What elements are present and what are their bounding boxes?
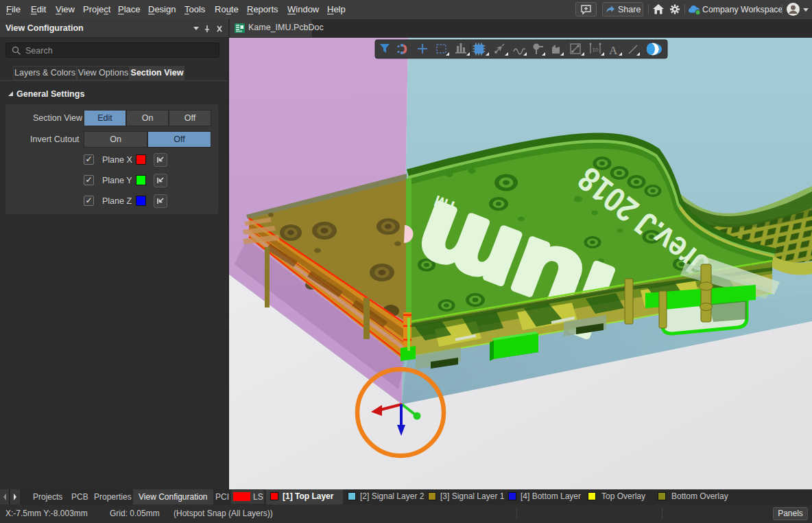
svg-text:10: 10 bbox=[593, 47, 599, 53]
svg-text:A: A bbox=[609, 44, 618, 57]
